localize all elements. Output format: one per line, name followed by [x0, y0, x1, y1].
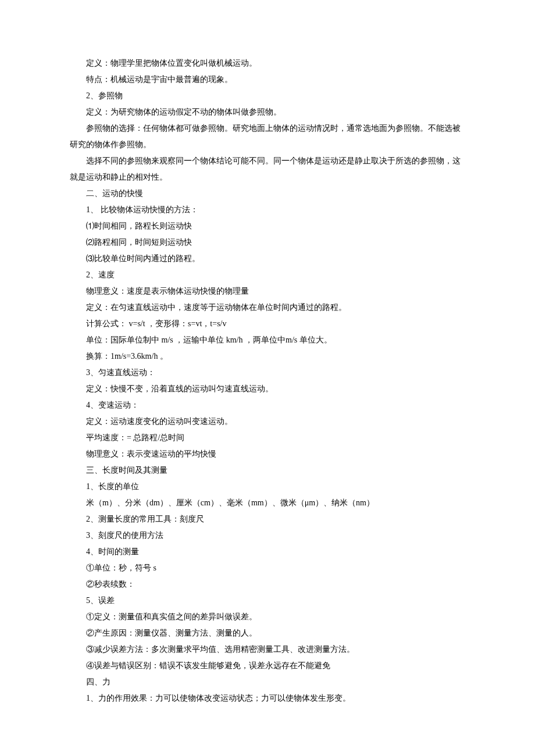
text-line: 5、误差 [70, 593, 465, 609]
text-line: 四、力 [70, 674, 465, 690]
text-line: 物理意义：速度是表示物体运动快慢的物理量 [70, 283, 465, 299]
text-line: 定义：物理学里把物体位置变化叫做机械运动。 [70, 55, 465, 72]
text-line: 米（m）、分米（dm）、厘米（cm）、毫米（mm）、微米（μm）、纳米（nm） [70, 495, 465, 511]
text-line: ①定义：测量值和真实值之间的差异叫做误差。 [70, 609, 465, 625]
text-line: 三、长度时间及其测量 [70, 462, 465, 479]
text-line: ⑶比较单位时间内通过的路程。 [70, 251, 465, 267]
text-line: 物理意义：表示变速运动的平均快慢 [70, 446, 465, 462]
text-line: 二、运动的快慢 [70, 186, 465, 202]
text-line: 选择不同的参照物来观察同一个物体结论可能不同。同一个物体是运动还是静止取决于所选… [70, 153, 465, 186]
text-line: ①单位：秒，符号 s [70, 560, 465, 576]
text-line: 换算：1m/s=3.6km/h 。 [70, 348, 465, 365]
text-line: ⑵路程相同，时间短则运动快 [70, 234, 465, 251]
text-line: 定义：运动速度变化的运动叫变速运动。 [70, 413, 465, 430]
text-line: 计算公式： v=s/t ，变形得：s=vt，t=s/v [70, 316, 465, 332]
text-line: 3、刻度尺的使用方法 [70, 527, 465, 544]
text-line: ②产生原因：测量仪器、测量方法、测量的人。 [70, 625, 465, 641]
text-line: ③减少误差方法：多次测量求平均值、选用精密测量工具、改进测量方法。 [70, 641, 465, 658]
text-line: 1、力的作用效果：力可以使物体改变运动状态；力可以使物体发生形变。 [70, 690, 465, 707]
text-line: 定义：快慢不变，沿着直线的运动叫匀速直线运动。 [70, 381, 465, 397]
document-page: 定义：物理学里把物体位置变化叫做机械运动。 特点：机械运动是宇宙中最普遍的现象。… [0, 0, 535, 756]
text-line: 定义：在匀速直线运动中，速度等于运动物体在单位时间内通过的路程。 [70, 299, 465, 316]
text-line: 3、匀速直线运动： [70, 365, 465, 381]
text-line: 特点：机械运动是宇宙中最普遍的现象。 [70, 72, 465, 88]
text-line: 1、 比较物体运动快慢的方法： [70, 202, 465, 218]
text-line: 定义：为研究物体的运动假定不动的物体叫做参照物。 [70, 104, 465, 120]
text-line: 4、时间的测量 [70, 544, 465, 560]
text-line: 2、测量长度的常用工具：刻度尺 [70, 511, 465, 527]
text-line: 2、参照物 [70, 88, 465, 104]
text-line: ④误差与错误区别：错误不该发生能够避免，误差永远存在不能避免 [70, 658, 465, 674]
text-line: 单位：国际单位制中 m/s ，运输中单位 km/h ，两单位中m/s 单位大。 [70, 332, 465, 348]
text-line: ⑴时间相同，路程长则运动快 [70, 218, 465, 234]
text-line: 参照物的选择：任何物体都可做参照物。研究地面上物体的运动情况时，通常选地面为参照… [70, 120, 465, 153]
text-line: 4、变速运动： [70, 397, 465, 413]
text-line: 2、速度 [70, 267, 465, 283]
text-line: 平均速度：= 总路程/总时间 [70, 430, 465, 446]
text-line: 1、长度的单位 [70, 479, 465, 495]
text-line: ②秒表续数： [70, 576, 465, 593]
